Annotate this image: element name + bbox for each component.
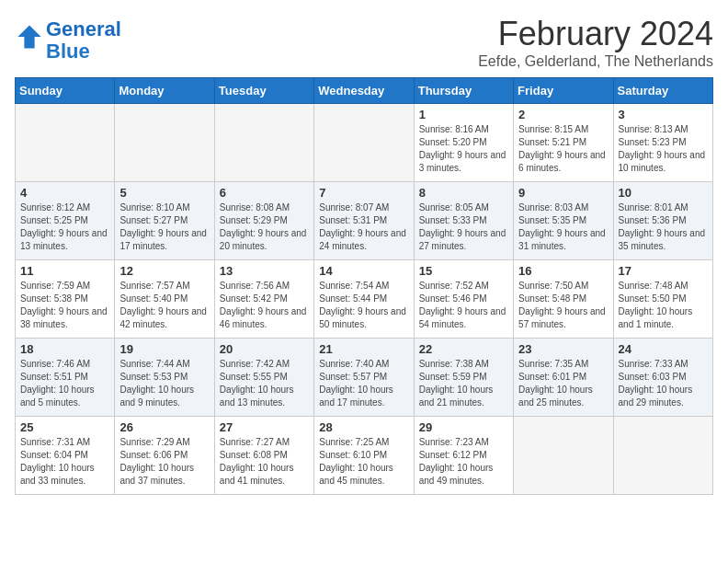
calendar-cell — [214, 104, 313, 182]
day-content: Sunrise: 8:16 AM Sunset: 5:20 PM Dayligh… — [419, 123, 508, 175]
calendar-cell: 18Sunrise: 7:46 AM Sunset: 5:51 PM Dayli… — [16, 339, 115, 417]
day-number: 28 — [319, 420, 408, 434]
day-number: 23 — [518, 342, 608, 356]
day-header-monday: Monday — [115, 78, 214, 104]
day-number: 8 — [419, 186, 508, 200]
logo: General Blue — [15, 18, 121, 63]
calendar-cell: 9Sunrise: 8:03 AM Sunset: 5:35 PM Daylig… — [514, 182, 613, 260]
day-number: 27 — [220, 420, 309, 434]
calendar-cell: 10Sunrise: 8:01 AM Sunset: 5:36 PM Dayli… — [613, 182, 712, 260]
day-content: Sunrise: 8:07 AM Sunset: 5:31 PM Dayligh… — [319, 201, 408, 253]
day-header-saturday: Saturday — [613, 78, 712, 104]
calendar-cell: 24Sunrise: 7:33 AM Sunset: 6:03 PM Dayli… — [613, 339, 712, 417]
calendar-cell: 4Sunrise: 8:12 AM Sunset: 5:25 PM Daylig… — [16, 182, 115, 260]
day-number: 10 — [619, 186, 708, 200]
calendar-cell: 27Sunrise: 7:27 AM Sunset: 6:08 PM Dayli… — [214, 417, 313, 495]
day-content: Sunrise: 7:48 AM Sunset: 5:50 PM Dayligh… — [619, 280, 708, 331]
day-number: 4 — [20, 186, 109, 200]
calendar-cell: 5Sunrise: 8:10 AM Sunset: 5:27 PM Daylig… — [115, 182, 214, 260]
calendar-cell: 29Sunrise: 7:23 AM Sunset: 6:12 PM Dayli… — [414, 417, 513, 495]
day-number: 19 — [119, 342, 209, 356]
calendar-table: SundayMondayTuesdayWednesdayThursdayFrid… — [15, 77, 713, 495]
calendar-cell: 21Sunrise: 7:40 AM Sunset: 5:57 PM Dayli… — [314, 339, 414, 417]
calendar-cell: 16Sunrise: 7:50 AM Sunset: 5:48 PM Dayli… — [514, 260, 613, 339]
day-header-wednesday: Wednesday — [314, 78, 414, 104]
calendar-cell: 20Sunrise: 7:42 AM Sunset: 5:55 PM Dayli… — [214, 339, 313, 417]
calendar-cell: 15Sunrise: 7:52 AM Sunset: 5:46 PM Dayli… — [414, 260, 513, 339]
day-number: 7 — [319, 186, 408, 200]
day-content: Sunrise: 7:54 AM Sunset: 5:44 PM Dayligh… — [319, 280, 408, 331]
day-number: 26 — [119, 420, 209, 434]
day-number: 18 — [20, 342, 109, 356]
calendar-week-row: 25Sunrise: 7:31 AM Sunset: 6:04 PM Dayli… — [16, 417, 713, 495]
day-content: Sunrise: 8:05 AM Sunset: 5:33 PM Dayligh… — [419, 201, 508, 253]
calendar-cell — [16, 104, 115, 182]
calendar-week-row: 18Sunrise: 7:46 AM Sunset: 5:51 PM Dayli… — [16, 339, 713, 417]
calendar-cell: 8Sunrise: 8:05 AM Sunset: 5:33 PM Daylig… — [414, 182, 513, 260]
logo-text: General Blue — [46, 18, 121, 63]
logo-icon — [17, 24, 42, 50]
day-number: 25 — [20, 420, 109, 434]
day-number: 5 — [119, 186, 209, 200]
day-content: Sunrise: 7:29 AM Sunset: 6:06 PM Dayligh… — [119, 436, 209, 488]
day-content: Sunrise: 8:13 AM Sunset: 5:23 PM Dayligh… — [619, 123, 708, 175]
day-content: Sunrise: 7:33 AM Sunset: 6:03 PM Dayligh… — [619, 358, 708, 409]
day-number: 1 — [419, 108, 508, 121]
svg-marker-0 — [17, 26, 40, 49]
day-content: Sunrise: 7:59 AM Sunset: 5:38 PM Dayligh… — [20, 280, 109, 331]
day-number: 3 — [619, 108, 708, 121]
calendar-cell: 2Sunrise: 8:15 AM Sunset: 5:21 PM Daylig… — [514, 104, 613, 182]
location-subtitle: Eefde, Gelderland, The Netherlands — [478, 53, 713, 70]
day-content: Sunrise: 7:44 AM Sunset: 5:53 PM Dayligh… — [119, 358, 209, 409]
calendar-cell: 6Sunrise: 8:08 AM Sunset: 5:29 PM Daylig… — [214, 182, 313, 260]
calendar-cell: 13Sunrise: 7:56 AM Sunset: 5:42 PM Dayli… — [214, 260, 313, 339]
calendar-week-row: 4Sunrise: 8:12 AM Sunset: 5:25 PM Daylig… — [16, 182, 713, 260]
day-number: 9 — [518, 186, 608, 200]
day-content: Sunrise: 7:46 AM Sunset: 5:51 PM Dayligh… — [20, 358, 109, 409]
day-content: Sunrise: 7:42 AM Sunset: 5:55 PM Dayligh… — [220, 358, 309, 409]
calendar-cell: 25Sunrise: 7:31 AM Sunset: 6:04 PM Dayli… — [16, 417, 115, 495]
day-number: 17 — [619, 264, 708, 278]
day-header-friday: Friday — [514, 78, 613, 104]
day-number: 16 — [518, 264, 608, 278]
day-content: Sunrise: 7:56 AM Sunset: 5:42 PM Dayligh… — [220, 280, 309, 331]
day-content: Sunrise: 8:15 AM Sunset: 5:21 PM Dayligh… — [518, 123, 608, 175]
day-number: 22 — [419, 342, 508, 356]
calendar-week-row: 11Sunrise: 7:59 AM Sunset: 5:38 PM Dayli… — [16, 260, 713, 339]
day-number: 24 — [619, 342, 708, 356]
calendar-cell: 1Sunrise: 8:16 AM Sunset: 5:20 PM Daylig… — [414, 104, 513, 182]
day-content: Sunrise: 7:27 AM Sunset: 6:08 PM Dayligh… — [220, 436, 309, 488]
calendar-cell — [514, 417, 613, 495]
day-number: 11 — [20, 264, 109, 278]
day-number: 2 — [518, 108, 608, 121]
calendar-cell: 17Sunrise: 7:48 AM Sunset: 5:50 PM Dayli… — [613, 260, 712, 339]
day-number: 14 — [319, 264, 408, 278]
calendar-cell: 26Sunrise: 7:29 AM Sunset: 6:06 PM Dayli… — [115, 417, 214, 495]
day-content: Sunrise: 7:38 AM Sunset: 5:59 PM Dayligh… — [419, 358, 508, 409]
calendar-cell: 19Sunrise: 7:44 AM Sunset: 5:53 PM Dayli… — [115, 339, 214, 417]
day-content: Sunrise: 7:40 AM Sunset: 5:57 PM Dayligh… — [319, 358, 408, 409]
day-number: 29 — [419, 420, 508, 434]
calendar-cell: 11Sunrise: 7:59 AM Sunset: 5:38 PM Dayli… — [16, 260, 115, 339]
calendar-body: 1Sunrise: 8:16 AM Sunset: 5:20 PM Daylig… — [16, 104, 713, 495]
day-content: Sunrise: 7:23 AM Sunset: 6:12 PM Dayligh… — [419, 436, 508, 488]
day-header-tuesday: Tuesday — [214, 78, 313, 104]
calendar-cell — [115, 104, 214, 182]
day-content: Sunrise: 7:31 AM Sunset: 6:04 PM Dayligh… — [20, 436, 109, 488]
day-number: 15 — [419, 264, 508, 278]
calendar-cell: 7Sunrise: 8:07 AM Sunset: 5:31 PM Daylig… — [314, 182, 414, 260]
calendar-cell: 23Sunrise: 7:35 AM Sunset: 6:01 PM Dayli… — [514, 339, 613, 417]
logo-line1: General — [46, 17, 121, 40]
day-content: Sunrise: 7:25 AM Sunset: 6:10 PM Dayligh… — [319, 436, 408, 488]
calendar-cell: 3Sunrise: 8:13 AM Sunset: 5:23 PM Daylig… — [613, 104, 712, 182]
day-number: 12 — [119, 264, 209, 278]
month-title: February 2024 — [478, 15, 713, 53]
title-block: February 2024 Eefde, Gelderland, The Net… — [478, 15, 713, 70]
calendar-cell: 22Sunrise: 7:38 AM Sunset: 5:59 PM Dayli… — [414, 339, 513, 417]
day-header-sunday: Sunday — [16, 78, 115, 104]
logo-line2: Blue — [46, 40, 90, 63]
day-content: Sunrise: 7:35 AM Sunset: 6:01 PM Dayligh… — [518, 358, 608, 409]
day-content: Sunrise: 8:01 AM Sunset: 5:36 PM Dayligh… — [619, 201, 708, 253]
calendar-week-row: 1Sunrise: 8:16 AM Sunset: 5:20 PM Daylig… — [16, 104, 713, 182]
day-content: Sunrise: 8:10 AM Sunset: 5:27 PM Dayligh… — [119, 201, 209, 253]
